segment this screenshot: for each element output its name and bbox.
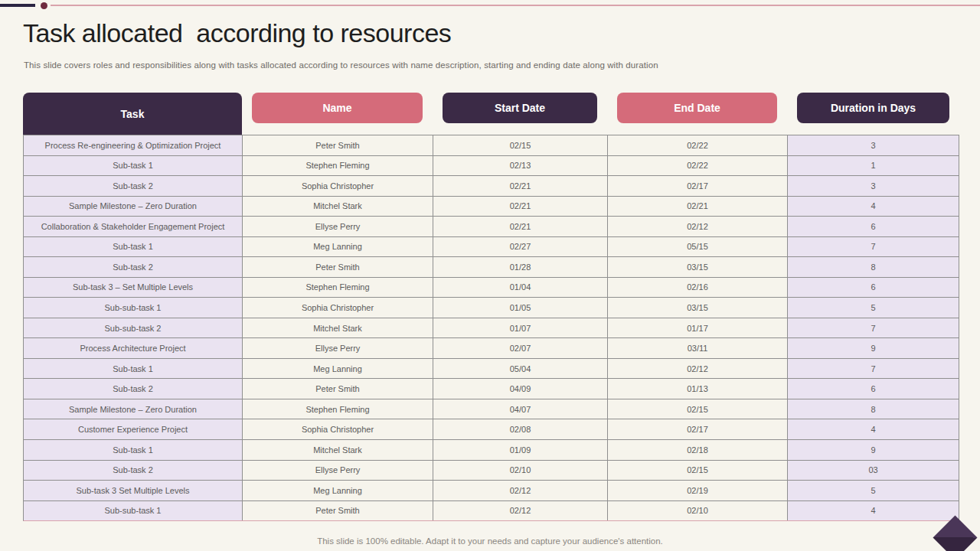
table-cell: 02/19 (607, 481, 787, 500)
table-cell: Process Re-engineering & Optimization Pr… (24, 135, 242, 155)
table-cell: Process Architecture Project (24, 338, 242, 358)
table-cell: 02/21 (433, 176, 607, 196)
table-cell: Collaboration & Stakeholder Engagement P… (24, 217, 242, 236)
table-cell: 02/17 (607, 419, 787, 439)
top-accent-line (51, 5, 980, 6)
table-cell: 02/18 (607, 440, 787, 460)
table-row: Sub-sub-task 1Sophia Christopher01/0503/… (24, 297, 959, 318)
table-cell: 01/05 (433, 298, 607, 318)
table-cell: 02/12 (433, 481, 607, 500)
table-row: Sub-sub-task 1Peter Smith02/1202/104 (24, 500, 959, 521)
table-cell: 02/16 (607, 278, 787, 298)
table-cell: Peter Smith (242, 501, 433, 521)
table-row: Sub-task 2Peter Smith01/2803/158 (24, 256, 959, 277)
table-cell: 02/21 (433, 217, 607, 236)
table-cell: 3 (787, 135, 959, 155)
table-cell: 03 (787, 461, 959, 481)
table-cell: 03/11 (607, 338, 787, 358)
table-row: Process Architecture ProjectEllyse Perry… (24, 337, 959, 358)
table-cell: 02/17 (607, 176, 787, 196)
column-header-task: Task (23, 93, 242, 135)
table-cell: 05/15 (607, 237, 787, 257)
table-cell: 5 (787, 481, 959, 500)
table-cell: Sub-task 3 Set Multiple Levels (24, 481, 242, 500)
table-cell: 01/13 (607, 379, 787, 399)
table-cell: 05/04 (433, 359, 607, 379)
table-cell: 8 (787, 399, 959, 419)
table-cell: Sub-task 1 (24, 359, 242, 379)
table-cell: Sophia Christopher (242, 298, 433, 318)
table-cell: Meg Lanning (242, 481, 433, 500)
table-cell: 02/15 (433, 135, 607, 155)
table-cell: 5 (787, 298, 959, 318)
table-cell: 02/22 (607, 135, 787, 155)
table-cell: Mitchel Stark (242, 197, 433, 217)
table-cell: Sub-task 1 (24, 440, 242, 460)
table-cell: 02/21 (607, 197, 787, 217)
table-cell: 7 (787, 318, 959, 338)
table-cell: 7 (787, 237, 959, 257)
table-cell: Peter Smith (242, 257, 433, 277)
table-cell: 02/07 (433, 338, 607, 358)
table-cell: 1 (787, 156, 959, 176)
table-row: Sub-task 1Stephen Fleming02/1302/221 (24, 155, 959, 176)
table-cell: Stephen Fleming (242, 278, 433, 298)
table-cell: 02/10 (433, 461, 607, 481)
table-row: Sub-task 3 Set Multiple LevelsMeg Lannin… (24, 480, 959, 500)
table-cell: 02/27 (433, 237, 607, 257)
table-cell: 02/22 (607, 156, 787, 176)
table-cell: Sub-sub-task 1 (24, 501, 242, 521)
table-cell: 01/04 (433, 278, 607, 298)
column-header-start-date: Start Date (443, 93, 597, 123)
table-cell: 04/07 (433, 399, 607, 419)
table-cell: Sub-task 2 (24, 461, 242, 481)
top-accent-dot (41, 2, 47, 9)
table-cell: 9 (787, 338, 959, 358)
table-cell: Stephen Fleming (242, 156, 433, 176)
table-cell: 02/10 (607, 501, 787, 521)
table-cell: Sub-task 3 – Set Multiple Levels (24, 278, 242, 298)
table-cell: 03/15 (607, 257, 787, 277)
table-row: Sub-task 2Ellyse Perry02/1002/1503 (24, 460, 959, 481)
table-header-row: Task Name Start Date End Date Duration i… (23, 93, 959, 135)
table-body: Process Re-engineering & Optimization Pr… (23, 135, 959, 521)
table-cell: Sub-sub-task 1 (24, 298, 242, 318)
table-cell: Mitchel Stark (242, 318, 433, 338)
table-row: Sub-task 1Mitchel Stark01/0902/189 (24, 439, 959, 460)
table-cell: 02/13 (433, 156, 607, 176)
table-cell: Ellyse Perry (242, 217, 433, 236)
table-cell: Ellyse Perry (242, 461, 433, 481)
table-cell: 4 (787, 501, 959, 521)
table-row: Sub-task 2Sophia Christopher02/2102/173 (24, 175, 959, 196)
table-cell: 03/15 (607, 298, 787, 318)
table-cell: 4 (787, 197, 959, 217)
table-cell: 02/12 (607, 359, 787, 379)
table-cell: 9 (787, 440, 959, 460)
table-cell: Peter Smith (242, 379, 433, 399)
table-cell: Sample Milestone – Zero Duration (24, 197, 242, 217)
table-cell: 3 (787, 176, 959, 196)
table-row: Sub-task 3 – Set Multiple LevelsStephen … (24, 277, 959, 298)
table-row: Process Re-engineering & Optimization Pr… (24, 135, 959, 155)
table-cell: Stephen Fleming (242, 399, 433, 419)
table-row: Sub-task 1Meg Lanning05/0402/127 (24, 358, 959, 379)
table-cell: 02/12 (433, 501, 607, 521)
table-cell: Customer Experience Project (24, 419, 242, 439)
resource-allocation-table: Task Name Start Date End Date Duration i… (23, 93, 959, 521)
table-cell: 01/28 (433, 257, 607, 277)
table-cell: 4 (787, 419, 959, 439)
table-cell: 04/09 (433, 379, 607, 399)
table-row: Sub-task 2Peter Smith04/0901/136 (24, 378, 959, 399)
table-row: Sample Milestone – Zero DurationMitchel … (24, 196, 959, 217)
table-cell: Sub-sub-task 2 (24, 318, 242, 338)
table-row: Collaboration & Stakeholder Engagement P… (24, 216, 959, 236)
table-cell: 6 (787, 278, 959, 298)
table-cell: Sub-task 2 (24, 257, 242, 277)
table-cell: 02/15 (607, 399, 787, 419)
table-cell: 02/15 (607, 461, 787, 481)
table-cell: 02/12 (607, 217, 787, 236)
table-row: Customer Experience ProjectSophia Christ… (24, 419, 959, 439)
column-header-end-date: End Date (617, 93, 777, 123)
table-cell: Sophia Christopher (242, 419, 433, 439)
table-cell: 01/07 (433, 318, 607, 338)
